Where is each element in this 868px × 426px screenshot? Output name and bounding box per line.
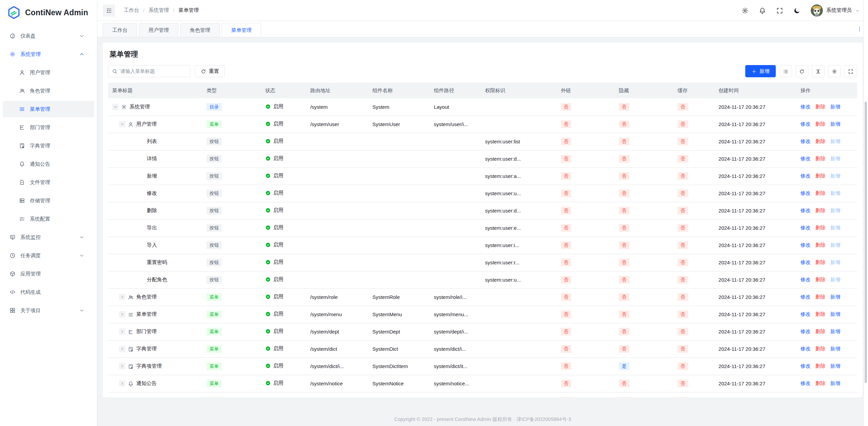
delete-action[interactable]: 删除 <box>815 138 826 144</box>
delete-action[interactable]: 删除 <box>815 363 826 369</box>
sidebar-item-label: 通知公告 <box>30 161 50 167</box>
expand-toggle[interactable] <box>119 363 125 369</box>
notifications-button[interactable] <box>759 6 766 15</box>
expand-toggle[interactable] <box>119 380 125 387</box>
sidebar-item-system-config[interactable]: 系统配置 <box>3 211 94 227</box>
sidebar-item-user-mgmt[interactable]: 用户管理 <box>3 64 94 81</box>
sidebar-item-menu-mgmt[interactable]: 菜单管理 <box>3 101 94 117</box>
delete-action[interactable]: 删除 <box>815 207 826 213</box>
add-action[interactable]: 新增 <box>830 346 841 351</box>
delete-action[interactable]: 删除 <box>815 242 826 248</box>
sidebar-item-dept-mgmt[interactable]: 部门管理 <box>3 119 94 136</box>
add-action[interactable]: 新增 <box>830 173 841 179</box>
expand-toggle[interactable] <box>119 121 125 127</box>
tab-role-mgmt[interactable]: 角色管理 <box>180 23 220 37</box>
sidebar-item-role-mgmt[interactable]: 角色管理 <box>3 83 94 99</box>
sidebar-item-monitor[interactable]: 系统监控 <box>3 229 94 245</box>
add-action[interactable]: 新增 <box>830 190 841 196</box>
delete-action[interactable]: 删除 <box>815 380 826 386</box>
edit-action[interactable]: 修改 <box>801 138 811 144</box>
dark-mode-button[interactable] <box>793 6 801 15</box>
add-action[interactable]: 新增 <box>830 259 841 265</box>
tab-more-button[interactable] <box>856 21 863 37</box>
add-action[interactable]: 新增 <box>830 156 841 161</box>
page-scrollbar[interactable] <box>863 0 868 426</box>
tab-user-mgmt[interactable]: 用户管理 <box>139 23 178 37</box>
table-fullscreen-button[interactable] <box>844 65 857 77</box>
search-input[interactable] <box>120 68 186 74</box>
delete-action[interactable]: 删除 <box>815 190 826 196</box>
delete-action[interactable]: 删除 <box>815 173 826 179</box>
add-action[interactable]: 新增 <box>830 311 841 317</box>
breadcrumb-item[interactable]: 系统管理 <box>149 7 169 14</box>
delete-action[interactable]: 删除 <box>815 328 826 334</box>
user-menu[interactable]: 系统管理员 <box>811 4 860 17</box>
expand-toggle[interactable] <box>119 311 125 318</box>
sidebar-fold-button[interactable] <box>103 4 115 17</box>
add-action[interactable]: 新增 <box>830 207 841 213</box>
edit-action[interactable]: 修改 <box>801 121 811 127</box>
sidebar-item-about[interactable]: 关于项目 <box>3 302 94 319</box>
expand-toggle[interactable] <box>112 104 119 110</box>
tab-menu-mgmt[interactable]: 菜单管理 <box>222 23 261 37</box>
edit-action[interactable]: 修改 <box>801 207 811 213</box>
edit-action[interactable]: 修改 <box>801 294 811 300</box>
delete-action[interactable]: 删除 <box>815 156 826 161</box>
edit-action[interactable]: 修改 <box>801 173 811 179</box>
tab-workbench[interactable]: 工作台 <box>103 23 137 37</box>
add-action[interactable]: 新增 <box>830 121 841 127</box>
add-action[interactable]: 新增 <box>830 104 841 109</box>
add-action[interactable]: 新增 <box>830 225 841 230</box>
sidebar-item-file-mgmt[interactable]: 文件管理 <box>3 174 94 190</box>
breadcrumb-item[interactable]: 工作台 <box>124 7 139 14</box>
add-action[interactable]: 新增 <box>830 328 841 334</box>
delete-action[interactable]: 删除 <box>815 311 826 317</box>
add-action[interactable]: 新增 <box>830 277 841 282</box>
edit-action[interactable]: 修改 <box>801 363 811 369</box>
sidebar-item-system-mgmt[interactable]: 系统管理 <box>3 46 94 62</box>
delete-action[interactable]: 删除 <box>815 346 826 351</box>
edit-action[interactable]: 修改 <box>801 190 811 196</box>
expand-toggle[interactable] <box>119 346 125 352</box>
settings-button[interactable] <box>742 6 749 15</box>
delete-action[interactable]: 删除 <box>815 277 826 282</box>
add-action[interactable]: 新增 <box>830 380 841 386</box>
edit-action[interactable]: 修改 <box>801 104 811 109</box>
sidebar-item-notice[interactable]: 通知公告 <box>3 156 94 172</box>
edit-action[interactable]: 修改 <box>801 156 811 161</box>
sidebar-item-dict-mgmt[interactable]: 字典管理 <box>3 138 94 154</box>
batch-list-button[interactable] <box>779 65 792 77</box>
edit-action[interactable]: 修改 <box>801 311 811 317</box>
column-settings-button[interactable] <box>828 65 841 77</box>
sidebar-item-app-mgmt[interactable]: 应用管理 <box>3 266 94 282</box>
delete-action[interactable]: 删除 <box>815 225 826 230</box>
sidebar-item-dashboard[interactable]: 仪表盘 <box>3 28 94 44</box>
edit-action[interactable]: 修改 <box>801 380 811 386</box>
scrollbar-thumb[interactable] <box>865 102 867 383</box>
edit-action[interactable]: 修改 <box>801 328 811 334</box>
sidebar-item-scheduler[interactable]: 任务调度 <box>3 247 94 264</box>
sidebar-item-storage-mgmt[interactable]: 存储管理 <box>3 192 94 209</box>
expand-toggle[interactable] <box>119 328 125 335</box>
reset-button[interactable]: 重置 <box>195 65 225 77</box>
edit-action[interactable]: 修改 <box>801 225 811 230</box>
delete-action[interactable]: 删除 <box>815 121 826 127</box>
edit-action[interactable]: 修改 <box>801 259 811 265</box>
add-action[interactable]: 新增 <box>830 363 841 369</box>
edit-action[interactable]: 修改 <box>801 346 811 351</box>
add-action[interactable]: 新增 <box>830 242 841 248</box>
fullscreen-button[interactable] <box>776 6 783 15</box>
add-action[interactable]: 新增 <box>830 138 841 144</box>
refresh-table-button[interactable] <box>795 65 808 77</box>
edit-action[interactable]: 修改 <box>801 277 811 282</box>
add-action[interactable]: 新增 <box>830 294 841 300</box>
delete-action[interactable]: 删除 <box>815 294 826 300</box>
delete-action[interactable]: 删除 <box>815 259 826 265</box>
sidebar-item-codegen[interactable]: 代码生成 <box>3 284 94 300</box>
edit-action[interactable]: 修改 <box>801 242 811 248</box>
row-height-button[interactable] <box>812 65 825 77</box>
expand-toggle[interactable] <box>119 294 125 300</box>
component-path-cell: system/dept/i... <box>430 323 481 340</box>
add-button[interactable]: 新增 <box>745 65 776 77</box>
delete-action[interactable]: 删除 <box>815 104 826 109</box>
